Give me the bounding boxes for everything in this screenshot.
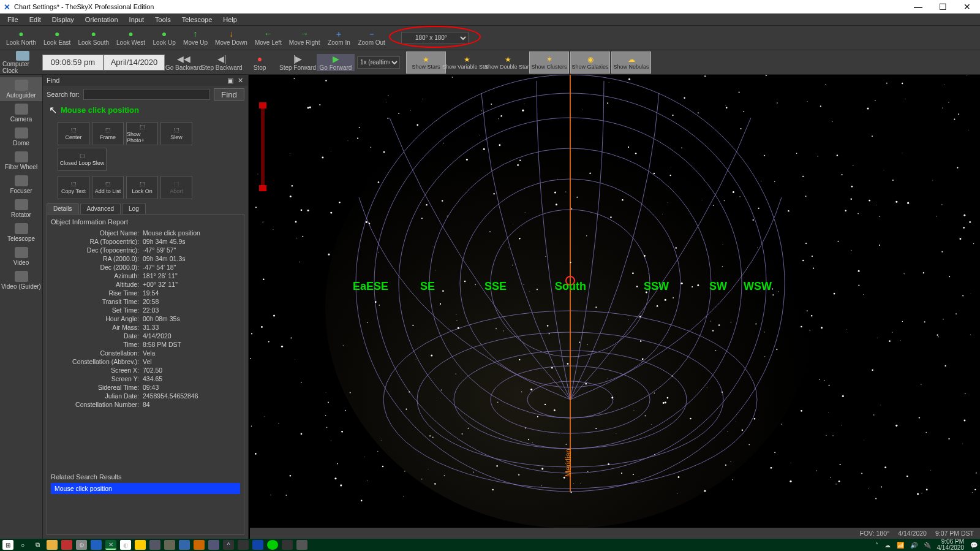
app-icon[interactable] — [164, 540, 175, 550]
time-rate-select[interactable]: 1x (realtime) — [357, 56, 400, 69]
fov-select[interactable]: 180° x 180° — [401, 32, 469, 44]
menu-file[interactable]: File — [2, 15, 23, 25]
look-up-button[interactable]: ●Look Up — [149, 29, 179, 46]
app-icon[interactable] — [149, 540, 160, 550]
rail-telescope[interactable]: Telescope — [0, 221, 42, 245]
add-to-list-button[interactable]: ⬚Add to List — [92, 176, 124, 199]
step-backward-button[interactable]: ◀|Step Backward — [203, 54, 241, 71]
app-icon[interactable] — [61, 540, 72, 550]
show-stars-button[interactable]: ★Show Stars — [406, 51, 446, 74]
app-icon[interactable] — [267, 540, 278, 550]
slew-button[interactable]: ⬚Slew — [160, 122, 192, 145]
show-clusters-button[interactable]: ✶Show Clusters — [529, 51, 569, 74]
move-right-button[interactable]: →Move Right — [285, 29, 324, 46]
taskview-icon[interactable]: ⧉ — [32, 540, 43, 550]
zoom-slider-track[interactable] — [261, 105, 265, 185]
menu-edit[interactable]: Edit — [24, 15, 46, 25]
maximize-button[interactable]: ☐ — [933, 2, 952, 12]
app-icon[interactable] — [91, 540, 102, 550]
look-west-button[interactable]: ●Look West — [113, 29, 149, 46]
show-variable-stars-button[interactable]: ★Show Variable Stars — [447, 51, 487, 74]
tab-advanced[interactable]: Advanced — [80, 203, 121, 214]
menu-telescope[interactable]: Telescope — [177, 15, 217, 25]
sky-chart[interactable]: Meridian EaESESESSESouthSSWSWWSW — [249, 75, 980, 539]
rail-video--guider-[interactable]: Video (Guider) — [0, 268, 42, 292]
chrome-icon[interactable]: ◐ — [120, 540, 131, 550]
move-left-button[interactable]: ←Move Left — [251, 29, 285, 46]
start-button[interactable]: ⊞ — [2, 540, 13, 550]
show-photo--button[interactable]: ⬚Show Photo+ — [126, 122, 158, 145]
move-down-button[interactable]: ↓Move Down — [211, 29, 251, 46]
go-backward-button[interactable]: ◀◀Go Backward — [165, 54, 203, 71]
menu-tools[interactable]: Tools — [150, 15, 176, 25]
tray-cloud-icon[interactable]: ☁ — [884, 542, 891, 549]
theskyx-task-icon[interactable]: ✕ — [105, 540, 116, 550]
tray-wifi-icon[interactable]: 📶 — [897, 542, 904, 549]
tab-log[interactable]: Log — [122, 203, 146, 214]
cortana-icon[interactable]: ○ — [17, 540, 28, 550]
center-button[interactable]: ⬚Center — [58, 122, 89, 145]
look-south-button[interactable]: ●Look South — [74, 29, 113, 46]
explorer-icon[interactable] — [47, 540, 58, 550]
tray-chevron-icon[interactable]: ˄ — [875, 542, 878, 549]
notifications-icon[interactable]: 💬 — [970, 542, 978, 549]
go-forward-button[interactable]: ▶Go Forward — [317, 54, 355, 71]
app-icon[interactable] — [296, 540, 307, 550]
status-time: 9:07 PM DST — [935, 530, 974, 537]
svg-point-162 — [423, 99, 423, 99]
windows-taskbar[interactable]: ⊞ ○ ⧉ ⚙ ✕ ◐ ^ ˄ ☁ 📶 🔊 🔌 9:06 PM 4/14/202… — [0, 539, 980, 551]
svg-point-339 — [369, 222, 371, 224]
rail-focuser[interactable]: Focuser — [0, 173, 42, 197]
frame-button[interactable]: ⬚Frame — [92, 122, 124, 145]
rail-video[interactable]: Video — [0, 245, 42, 268]
show-double-stars-button[interactable]: ★Show Double Stars — [488, 51, 528, 74]
app-icon[interactable] — [252, 540, 263, 550]
app-icon[interactable] — [194, 540, 205, 550]
app-icon[interactable] — [179, 540, 190, 550]
close-button[interactable]: ✕ — [958, 2, 976, 12]
look-north-button[interactable]: ●Look North — [2, 29, 40, 46]
zoom-slider-plus[interactable] — [259, 102, 266, 108]
app-icon[interactable]: ^ — [223, 540, 234, 550]
svg-point-383 — [722, 392, 723, 393]
rail-filter-wheel[interactable]: Filter Wheel — [0, 149, 42, 173]
find-button[interactable]: Find — [214, 88, 244, 101]
zoom-out-button[interactable]: －Zoom Out — [354, 29, 388, 46]
time-display[interactable]: 09:06:59 pm — [42, 55, 104, 70]
svg-point-392 — [872, 370, 873, 371]
menu-help[interactable]: Help — [218, 15, 242, 25]
rail-dome[interactable]: Dome — [0, 125, 42, 149]
search-input[interactable] — [83, 89, 210, 100]
app-icon[interactable] — [208, 540, 219, 550]
tray-volume-icon[interactable]: 🔊 — [910, 542, 918, 549]
menu-display[interactable]: Display — [47, 15, 79, 25]
closed-loop-slew-button[interactable]: ⬚Closed Loop Slew — [58, 148, 107, 171]
move-up-button[interactable]: ↑Move Up — [179, 29, 211, 46]
tray-power-icon[interactable]: 🔌 — [924, 542, 931, 549]
look-east-button[interactable]: ●Look East — [40, 29, 74, 46]
settings-icon[interactable]: ⚙ — [76, 540, 87, 550]
zoom-in-button[interactable]: ＋Zoom In — [323, 29, 354, 46]
menu-input[interactable]: Input — [124, 15, 149, 25]
minimize-button[interactable]: — — [909, 2, 927, 12]
find-panel-controls[interactable]: ▣ ✕ — [227, 77, 244, 85]
svg-point-22 — [571, 208, 572, 210]
stop-button[interactable]: ●Stop — [241, 54, 279, 71]
lock-on-button[interactable]: ⬚Lock On — [126, 176, 158, 199]
rail-rotator[interactable]: Rotator — [0, 197, 42, 221]
copy-text-button[interactable]: ⬚Copy Text — [58, 176, 89, 199]
app-icon[interactable] — [135, 540, 146, 550]
zoom-slider-minus[interactable] — [259, 185, 266, 191]
show-nebulas-button[interactable]: ☁Show Nebulas — [611, 51, 651, 74]
app-icon[interactable] — [238, 540, 249, 550]
date-display[interactable]: April/14/2020 — [104, 55, 165, 70]
show-galaxies-button[interactable]: ◉Show Galaxies — [570, 51, 610, 74]
rail-autoguider[interactable]: Autoguider — [0, 77, 42, 101]
app-icon[interactable] — [282, 540, 293, 550]
step-forward-button[interactable]: |▶Step Forward — [279, 54, 317, 71]
tab-details[interactable]: Details — [47, 203, 79, 214]
related-result-item[interactable]: Mouse click position — [51, 483, 240, 494]
menu-orientation[interactable]: Orientation — [80, 15, 123, 25]
svg-point-36 — [587, 344, 587, 344]
rail-camera[interactable]: Camera — [0, 101, 42, 125]
